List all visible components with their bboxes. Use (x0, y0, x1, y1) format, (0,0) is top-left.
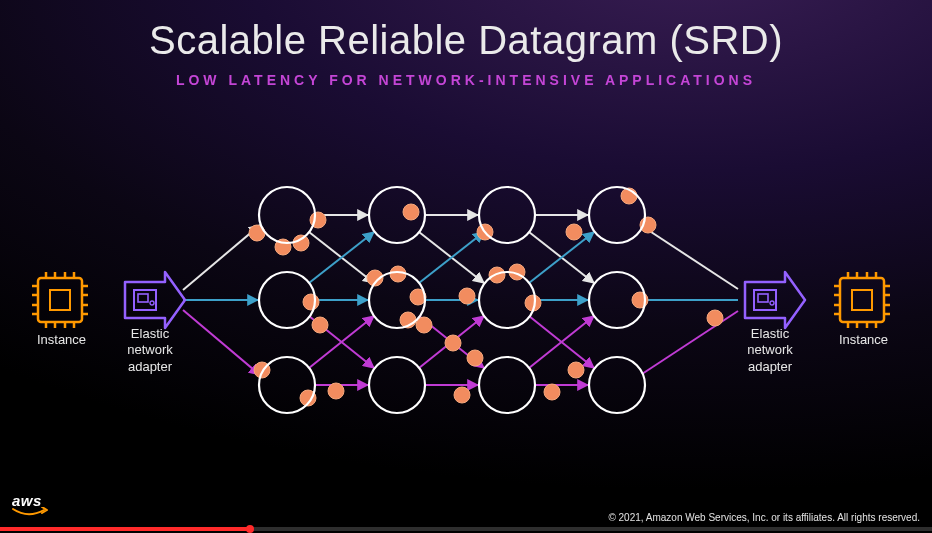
packets-group (249, 188, 723, 406)
svg-rect-42 (38, 278, 82, 322)
edge-c4top-ena (642, 226, 738, 289)
svg-point-16 (459, 288, 475, 304)
svg-point-23 (566, 224, 582, 240)
network-diagram (0, 0, 932, 533)
svg-point-29 (707, 310, 723, 326)
svg-point-22 (454, 387, 470, 403)
svg-point-38 (259, 357, 315, 413)
svg-point-33 (589, 187, 645, 243)
edge-ena-to-c1top (183, 225, 260, 290)
svg-rect-82 (758, 294, 768, 302)
svg-point-11 (390, 266, 406, 282)
svg-point-40 (479, 357, 535, 413)
svg-rect-79 (138, 294, 148, 302)
svg-point-83 (770, 301, 774, 305)
svg-point-39 (369, 357, 425, 413)
ena-left-icon (125, 272, 185, 328)
svg-point-41 (589, 357, 645, 413)
label-instance-right: Instance (836, 332, 891, 348)
edge-ena-to-c1bot (183, 310, 260, 375)
svg-point-2 (293, 235, 309, 251)
svg-point-30 (259, 187, 315, 243)
svg-point-4 (303, 294, 319, 310)
copyright-text: © 2021, Amazon Web Services, Inc. or its… (608, 512, 920, 523)
svg-rect-43 (50, 290, 70, 310)
cpu-right-icon (834, 272, 890, 328)
label-ena-left: Elastic network adapter (120, 326, 180, 375)
svg-point-8 (328, 383, 344, 399)
brand-text: aws (12, 492, 42, 509)
svg-point-80 (150, 301, 154, 305)
svg-rect-60 (840, 278, 884, 322)
label-instance-left: Instance (34, 332, 89, 348)
svg-point-9 (403, 204, 419, 220)
brand-logo: aws (12, 492, 48, 517)
svg-point-27 (568, 362, 584, 378)
slide: Scalable Reliable Datagram (SRD) LOW LAT… (0, 0, 932, 533)
cpu-left-icon (32, 272, 88, 328)
svg-point-5 (312, 317, 328, 333)
svg-point-20 (445, 335, 461, 351)
video-progress-track[interactable] (0, 527, 932, 531)
video-progress-fill (0, 527, 250, 531)
label-ena-right: Elastic network adapter (740, 326, 800, 375)
svg-point-21 (467, 350, 483, 366)
svg-rect-61 (852, 290, 872, 310)
edge-c4bot-ena (642, 311, 738, 374)
video-progress-thumb[interactable] (246, 525, 254, 533)
svg-point-28 (544, 384, 560, 400)
ena-right-icon (745, 272, 805, 328)
svg-point-32 (479, 187, 535, 243)
